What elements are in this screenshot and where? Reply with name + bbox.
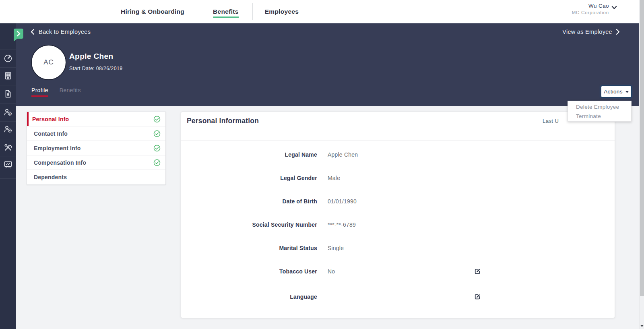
- back-to-employees-link[interactable]: Back to Employees: [31, 29, 91, 35]
- sidebar-divider: [0, 50, 16, 50]
- field-value: ***-**-6789: [328, 221, 356, 228]
- section-label: Compensation Info: [27, 159, 86, 166]
- user-company: MC Corporation: [572, 10, 609, 15]
- edit-icon[interactable]: [474, 268, 481, 275]
- caret-down-icon: [625, 91, 629, 93]
- field-row-legal-gender: Legal Gender Male: [181, 166, 615, 190]
- app-sidebar: $: [0, 23, 16, 329]
- field-label: Marital Status: [181, 245, 317, 251]
- field-row-date-of-birth: Date of Birth 01/01/1990: [181, 190, 615, 213]
- field-row-tobacco-user: Tobacco User No: [181, 260, 615, 283]
- field-value: 01/01/1990: [328, 198, 357, 205]
- field-row-marital-status: Marital Status Single: [181, 236, 615, 260]
- scrollbar-thumb[interactable]: [640, 0, 644, 296]
- top-navigation: Hiring & Onboarding Benefits Employees W…: [0, 0, 644, 23]
- edit-icon[interactable]: [474, 293, 481, 300]
- tab-profile[interactable]: Profile: [31, 87, 48, 97]
- section-label: Contact Info: [27, 130, 68, 137]
- scrollbar-down-arrow[interactable]: [640, 325, 644, 327]
- tools-icon[interactable]: [3, 143, 13, 152]
- section-item-contact-info[interactable]: Contact Info: [27, 126, 165, 141]
- add-user-icon[interactable]: [3, 124, 13, 134]
- field-label: Tobacco User: [181, 268, 317, 275]
- field-label: Language: [181, 294, 317, 300]
- view-as-label: View as Employee: [562, 29, 612, 35]
- back-link-label: Back to Employees: [39, 29, 91, 35]
- field-label: Legal Gender: [181, 175, 317, 181]
- tab-employees[interactable]: Employees: [253, 0, 300, 23]
- sidebar-divider: [0, 121, 16, 122]
- profile-section-menu: Personal Info Contact Info Employment In…: [27, 112, 166, 185]
- field-label: Date of Birth: [181, 198, 317, 205]
- gauge-icon[interactable]: [3, 54, 13, 63]
- avatar-initials: AC: [43, 58, 54, 66]
- menu-item-terminate[interactable]: Terminate: [568, 112, 631, 121]
- section-label: Personal Info: [27, 116, 69, 122]
- check-circle-icon: [153, 145, 161, 152]
- employee-start-date: Start Date: 08/26/2019: [69, 66, 122, 71]
- building-icon[interactable]: [3, 71, 13, 81]
- field-value: Male: [328, 175, 340, 181]
- employee-tabs: Profile Benefits: [31, 87, 81, 97]
- employee-header: Back to Employees View as Employee AC Ap…: [16, 23, 644, 106]
- tab-benefits[interactable]: Benefits: [199, 0, 252, 23]
- user-menu[interactable]: Wu Cao MC Corporation: [572, 3, 609, 15]
- primary-tabs: Hiring & Onboarding Benefits Employees: [120, 0, 299, 23]
- expand-sidebar-button[interactable]: [13, 28, 24, 42]
- chevron-left-icon: [31, 29, 35, 35]
- tab-hiring-onboarding[interactable]: Hiring & Onboarding: [120, 0, 199, 23]
- chevron-right-icon: [616, 29, 620, 35]
- actions-button-label: Actions: [604, 89, 622, 95]
- actions-dropdown-menu: Delete Employee Terminate: [568, 101, 632, 122]
- check-circle-icon: [153, 159, 161, 166]
- field-value: Single: [328, 245, 344, 251]
- employee-name: Apple Chen: [69, 52, 114, 61]
- personal-information-card: Personal Information Last U Legal Name A…: [181, 112, 615, 318]
- menu-item-delete-employee[interactable]: Delete Employee: [568, 102, 631, 112]
- section-item-compensation-info[interactable]: Compensation Info: [27, 155, 165, 170]
- section-item-personal-info[interactable]: Personal Info: [27, 112, 165, 126]
- document-icon[interactable]: [3, 89, 13, 99]
- avatar: AC: [31, 45, 66, 80]
- svg-text:$: $: [9, 112, 10, 115]
- user-name: Wu Cao: [572, 3, 609, 9]
- chevron-down-icon: [611, 6, 617, 10]
- section-label: Employment Info: [27, 145, 81, 151]
- sidebar-divider: [0, 157, 16, 157]
- fields-list: Legal Name Apple Chen Legal Gender Male …: [181, 141, 615, 308]
- last-updated-text: Last U: [543, 118, 559, 124]
- main-content: Personal Info Contact Info Employment In…: [16, 106, 644, 329]
- sidebar-divider: [0, 103, 16, 104]
- check-circle-icon: [153, 116, 161, 123]
- vertical-scrollbar[interactable]: [639, 0, 644, 329]
- tab-employee-benefits[interactable]: Benefits: [60, 87, 81, 97]
- field-value: No: [328, 268, 335, 275]
- page: Hiring & Onboarding Benefits Employees W…: [0, 0, 644, 329]
- panel-title: Personal Information: [187, 117, 259, 125]
- actions-button[interactable]: Actions: [601, 85, 632, 98]
- sidebar-divider: [0, 67, 16, 68]
- sidebar-divider: [0, 85, 16, 85]
- field-value: Apple Chen: [328, 151, 358, 158]
- view-as-employee-link[interactable]: View as Employee: [562, 29, 620, 35]
- check-circle-icon: [153, 130, 161, 137]
- field-label: Legal Name: [181, 151, 317, 158]
- field-row-legal-name: Legal Name Apple Chen: [181, 143, 615, 166]
- field-row-language: Language: [181, 285, 615, 308]
- field-label: Social Security Number: [181, 221, 317, 228]
- section-item-employment-info[interactable]: Employment Info: [27, 141, 165, 155]
- field-row-ssn: Social Security Number ***-**-6789: [181, 213, 615, 236]
- section-item-dependents[interactable]: Dependents: [27, 170, 165, 184]
- sidebar-divider: [0, 178, 16, 179]
- sidebar-divider: [0, 139, 16, 139]
- payroll-user-icon[interactable]: $: [3, 108, 13, 117]
- section-label: Dependents: [27, 174, 67, 180]
- reports-board-icon[interactable]: [3, 160, 13, 170]
